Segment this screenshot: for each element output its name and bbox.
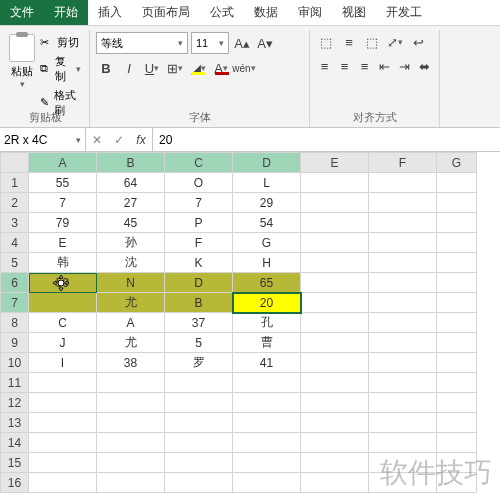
cell[interactable]: 曹 bbox=[233, 333, 301, 353]
cell[interactable]: 27 bbox=[97, 193, 165, 213]
cell[interactable] bbox=[437, 333, 477, 353]
cell[interactable] bbox=[369, 473, 437, 493]
italic-button[interactable]: I bbox=[119, 58, 139, 78]
cell[interactable] bbox=[437, 233, 477, 253]
row-header[interactable]: 2 bbox=[1, 193, 29, 213]
col-header-g[interactable]: G bbox=[437, 153, 477, 173]
col-header-a[interactable]: A bbox=[29, 153, 97, 173]
row-header[interactable]: 5 bbox=[1, 253, 29, 273]
cell[interactable]: 尤 bbox=[97, 333, 165, 353]
cell[interactable] bbox=[233, 373, 301, 393]
cell[interactable] bbox=[437, 293, 477, 313]
cell[interactable]: 65 bbox=[233, 273, 301, 293]
fill-color-button[interactable]: ◢▾ bbox=[188, 58, 208, 78]
cell[interactable] bbox=[369, 373, 437, 393]
col-header-f[interactable]: F bbox=[369, 153, 437, 173]
cell[interactable] bbox=[233, 433, 301, 453]
row-header[interactable]: 12 bbox=[1, 393, 29, 413]
cell[interactable] bbox=[369, 333, 437, 353]
cell[interactable] bbox=[369, 233, 437, 253]
cell[interactable] bbox=[29, 393, 97, 413]
cell[interactable] bbox=[437, 353, 477, 373]
cell[interactable] bbox=[301, 373, 369, 393]
col-header-d[interactable]: D bbox=[233, 153, 301, 173]
row-header[interactable]: 1 bbox=[1, 173, 29, 193]
align-middle-button[interactable]: ≡ bbox=[339, 32, 359, 52]
cell[interactable]: 29 bbox=[233, 193, 301, 213]
cell[interactable] bbox=[301, 433, 369, 453]
tab-layout[interactable]: 页面布局 bbox=[132, 0, 200, 25]
decrease-indent-button[interactable]: ⇤ bbox=[376, 56, 393, 76]
tab-dev[interactable]: 开发工 bbox=[376, 0, 432, 25]
cell[interactable] bbox=[301, 293, 369, 313]
cell[interactable]: 55 bbox=[29, 173, 97, 193]
fx-button[interactable]: fx bbox=[130, 128, 152, 152]
cell[interactable]: 79 bbox=[29, 213, 97, 233]
cell[interactable]: P bbox=[165, 213, 233, 233]
cell[interactable] bbox=[437, 373, 477, 393]
cell[interactable] bbox=[437, 393, 477, 413]
increase-font-button[interactable]: A▴ bbox=[232, 33, 252, 53]
cell[interactable] bbox=[369, 313, 437, 333]
cell[interactable]: L bbox=[233, 173, 301, 193]
cell[interactable] bbox=[233, 413, 301, 433]
cell[interactable] bbox=[301, 253, 369, 273]
cell[interactable] bbox=[97, 373, 165, 393]
cell[interactable] bbox=[29, 293, 97, 313]
cell[interactable]: E bbox=[29, 233, 97, 253]
cell[interactable] bbox=[369, 213, 437, 233]
cell[interactable]: 38 bbox=[97, 353, 165, 373]
cell[interactable] bbox=[369, 353, 437, 373]
cell[interactable] bbox=[369, 433, 437, 453]
tab-file[interactable]: 文件 bbox=[0, 0, 44, 25]
cell[interactable] bbox=[437, 473, 477, 493]
row-header[interactable]: 11 bbox=[1, 373, 29, 393]
cell[interactable]: 41 bbox=[233, 353, 301, 373]
cell[interactable]: G bbox=[233, 233, 301, 253]
formula-input[interactable]: 20 bbox=[153, 128, 500, 151]
cell[interactable] bbox=[29, 373, 97, 393]
cell[interactable]: O bbox=[165, 173, 233, 193]
cell[interactable]: 37 bbox=[165, 313, 233, 333]
cut-button[interactable]: ✂剪切 bbox=[38, 34, 83, 51]
cell[interactable] bbox=[29, 433, 97, 453]
decrease-font-button[interactable]: A▾ bbox=[255, 33, 275, 53]
grid[interactable]: A B C D E F G 15564OL 2727729 37945P54 4… bbox=[0, 152, 477, 493]
cell[interactable] bbox=[369, 413, 437, 433]
increase-indent-button[interactable]: ⇥ bbox=[396, 56, 413, 76]
row-header[interactable]: 9 bbox=[1, 333, 29, 353]
cell[interactable]: 沈 bbox=[97, 253, 165, 273]
copy-button[interactable]: ⧉复制▾ bbox=[38, 53, 83, 85]
tab-insert[interactable]: 插入 bbox=[88, 0, 132, 25]
cell[interactable] bbox=[233, 473, 301, 493]
col-header-b[interactable]: B bbox=[97, 153, 165, 173]
cell[interactable] bbox=[165, 433, 233, 453]
cell[interactable] bbox=[369, 253, 437, 273]
align-top-button[interactable]: ⬚ bbox=[316, 32, 336, 52]
font-color-button[interactable]: A▾ bbox=[211, 58, 231, 78]
cell[interactable] bbox=[437, 273, 477, 293]
cell[interactable] bbox=[301, 393, 369, 413]
cell[interactable]: 45 bbox=[97, 213, 165, 233]
cell[interactable] bbox=[97, 413, 165, 433]
cell[interactable] bbox=[165, 393, 233, 413]
cell[interactable]: B bbox=[165, 293, 233, 313]
cell[interactable]: A bbox=[97, 313, 165, 333]
cell[interactable] bbox=[369, 293, 437, 313]
tab-formula[interactable]: 公式 bbox=[200, 0, 244, 25]
cell[interactable] bbox=[165, 453, 233, 473]
cell[interactable] bbox=[437, 213, 477, 233]
align-right-button[interactable]: ≡ bbox=[356, 56, 373, 76]
row-header[interactable]: 8 bbox=[1, 313, 29, 333]
cell[interactable]: 59 bbox=[29, 273, 97, 293]
align-bottom-button[interactable]: ⬚ bbox=[362, 32, 382, 52]
cell[interactable]: N bbox=[97, 273, 165, 293]
cell[interactable]: 7 bbox=[29, 193, 97, 213]
cell[interactable]: F bbox=[165, 233, 233, 253]
cell[interactable] bbox=[437, 193, 477, 213]
cell[interactable] bbox=[165, 373, 233, 393]
cell[interactable] bbox=[97, 473, 165, 493]
confirm-formula-button[interactable]: ✓ bbox=[108, 128, 130, 152]
font-name-combo[interactable]: 等线▾ bbox=[96, 32, 188, 54]
cell[interactable] bbox=[369, 393, 437, 413]
